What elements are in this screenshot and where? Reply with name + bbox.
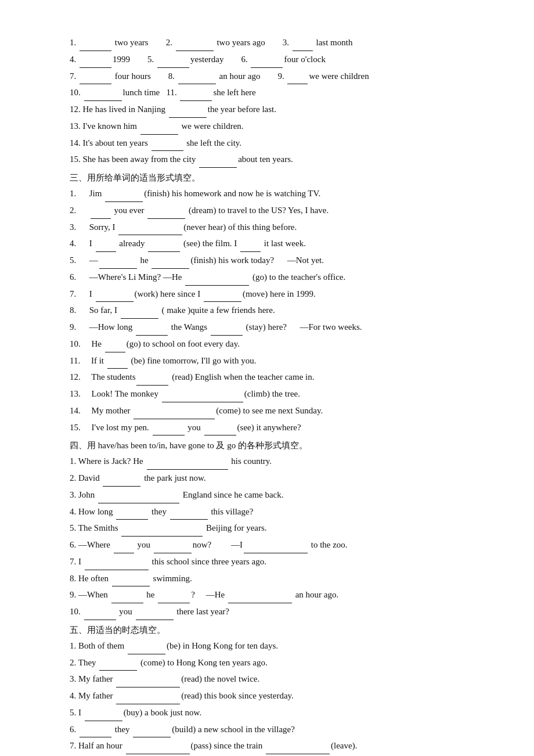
part3-header: 三、用所给单词的适当形式填空。 xyxy=(70,172,488,183)
blank xyxy=(136,335,168,336)
part2-section: 1. two years 2. two years ago 3. last mo… xyxy=(70,35,488,168)
blank xyxy=(153,435,185,435)
p4-3: 3. John England since he came back. xyxy=(70,487,488,503)
blank xyxy=(134,419,215,419)
blank xyxy=(126,754,190,754)
blank xyxy=(85,721,122,721)
blank xyxy=(133,737,171,737)
row-3: 7. four hours 8. an hour ago 9. we were … xyxy=(70,69,488,85)
p3-7: 7. I (work) here since I (move) here in … xyxy=(70,286,488,303)
p4-4: 4. How long they this village? xyxy=(70,504,488,520)
p3-1: 1. Jim (finish) his homework and now he … xyxy=(70,186,488,202)
item-3: 3. last month xyxy=(283,35,353,51)
blank xyxy=(114,553,134,553)
blank xyxy=(151,268,189,269)
blank xyxy=(178,84,216,84)
p3-5: 5. — he (finish) his work today? —Not ye… xyxy=(70,253,488,269)
p5-7: 7. Half an hour (pass) since the train (… xyxy=(70,738,488,754)
p3-3: 3. Sorry, I (never hear) of this thing b… xyxy=(70,219,488,236)
row-6: 13. I've known him we were children. xyxy=(70,118,488,135)
p5-1: 1. Both of them (be) in Hong Kong for te… xyxy=(70,638,488,654)
blank xyxy=(240,251,261,252)
p5-2: 2. They (come) to Hong Kong ten years ag… xyxy=(70,655,488,671)
p4-7: 7. I this school since three years ago. xyxy=(70,554,488,570)
item-5: 5. yesterday xyxy=(147,52,223,68)
blank xyxy=(80,737,111,737)
blank xyxy=(157,67,189,68)
row-4: 10. lunch time 11. she left here xyxy=(70,85,488,101)
blank xyxy=(211,335,243,336)
blank xyxy=(99,268,137,269)
blank xyxy=(80,67,111,68)
blank xyxy=(80,84,111,84)
p3-8: 8. So far, I ( make )quite a few friends… xyxy=(70,303,488,319)
blank xyxy=(84,100,122,101)
blank xyxy=(80,51,111,51)
blank xyxy=(158,603,190,603)
p4-2: 2. David the park just now. xyxy=(70,470,488,487)
blank xyxy=(176,51,214,51)
blank xyxy=(162,402,243,402)
item-7: 7. four hours xyxy=(70,69,151,85)
blank xyxy=(180,100,212,101)
blank xyxy=(151,150,183,151)
blank xyxy=(112,586,150,586)
main-content: 1. two years 2. two years ago 3. last mo… xyxy=(70,35,488,756)
p5-3: 3. My father (read) the novel twice. xyxy=(70,671,488,687)
p5-6: 6. they (build) a new school in the vill… xyxy=(70,722,488,738)
blank xyxy=(147,218,185,219)
row-1: 1. two years 2. two years ago 3. last mo… xyxy=(70,35,488,51)
row-5: 12. He has lived in Nanjing the year bef… xyxy=(70,102,488,118)
blank xyxy=(204,435,236,435)
blank xyxy=(293,51,313,51)
blank xyxy=(96,301,134,302)
blank xyxy=(140,134,178,135)
part3-section: 三、用所给单词的适当形式填空。 1. Jim (finish) his home… xyxy=(70,172,488,435)
blank xyxy=(199,167,237,168)
p4-1: 1. Where is Jack? He his country. xyxy=(70,453,488,470)
blank xyxy=(154,553,192,553)
blank xyxy=(96,251,116,252)
p5-4: 4. My father (read) this book since yest… xyxy=(70,688,488,704)
blank xyxy=(287,84,308,84)
row-2: 4. 1999 5. yesterday 6. four o'clock xyxy=(70,52,488,68)
blank xyxy=(169,117,207,118)
item-8: 8. an hour ago xyxy=(168,69,261,85)
blank xyxy=(204,301,241,302)
p4-9: 9. —When he ? —He an hour ago. xyxy=(70,587,488,603)
p5-5: 5. I (buy) a book just now. xyxy=(70,705,488,721)
blank xyxy=(116,704,180,704)
row-7: 14. It's about ten years she left the ci… xyxy=(70,135,488,152)
blank xyxy=(170,519,208,520)
item-9: 9. we were children xyxy=(277,69,369,85)
blank xyxy=(91,218,111,219)
blank xyxy=(84,620,116,620)
part5-section: 五、用适当的时态填空。 1. Both of them (be) in Hong… xyxy=(70,625,488,756)
blank xyxy=(266,754,330,754)
blank xyxy=(85,570,149,570)
p3-2: 2. you ever (dream) to travel to the US?… xyxy=(70,203,488,219)
p3-9: 9. —How long the Wangs (stay) here? —For… xyxy=(70,319,488,336)
blank xyxy=(128,654,165,654)
row-8: 15. She has been away from the city abou… xyxy=(70,152,488,168)
blank xyxy=(118,235,182,235)
blank xyxy=(116,687,180,687)
p4-8: 8. He often swimming. xyxy=(70,571,488,587)
blank xyxy=(105,201,143,202)
p3-6: 6. —Where's Li Ming? —He (go) to the tea… xyxy=(70,269,488,286)
part4-header: 四、用 have/has been to/in, have gone to 及 … xyxy=(70,440,488,451)
blank xyxy=(251,67,283,68)
p3-13: 13. Look! The monkey (climb) the tree. xyxy=(70,386,488,402)
blank xyxy=(99,670,137,671)
part4-section: 四、用 have/has been to/in, have gone to 及 … xyxy=(70,440,488,620)
blank xyxy=(136,385,168,386)
item-4: 4. 1999 xyxy=(70,52,130,68)
item-2: 2. two years ago xyxy=(166,35,265,51)
p3-15: 15. I've lost my pen. you (see) it anywh… xyxy=(70,420,488,436)
blank xyxy=(185,285,249,286)
blank xyxy=(136,620,174,620)
blank xyxy=(147,469,228,470)
blank xyxy=(105,352,125,352)
blank xyxy=(244,553,308,553)
p3-4: 4. I already (see) the film. I it last w… xyxy=(70,236,488,252)
